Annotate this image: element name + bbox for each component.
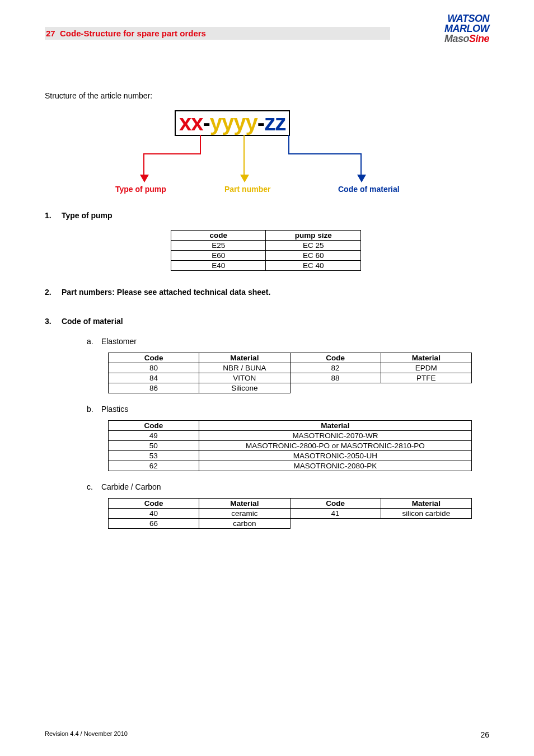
label-type-of-pump: Type of pump [110,185,224,194]
item-1-title: Type of pump [62,211,113,220]
item-2-num: 2. [45,288,59,297]
table-row: 49MASOTRONIC-2070-WR [109,431,472,441]
logo-line3: MasoSine [444,34,489,44]
label-code-of-material: Code of material [338,185,424,194]
item-1-num: 1. [45,211,59,220]
table-row: 80 NBR / BUNA 82 EPDM [109,363,472,373]
table-row: 86 Silicone [109,383,472,393]
carbide-table: Code Material Code Material 40 ceramic 4… [108,498,472,529]
table-row: 62MASOTRONIC-2080-PK [109,461,472,471]
item-3-title: Code of material [62,317,123,326]
page-number: 26 [480,730,489,739]
table-row: Code Material Code Material [109,499,472,509]
sub-a: a. Elastomer [87,337,489,346]
pump-size-table: codepump size E25EC 25 E60EC 60 E40EC 40 [171,230,361,271]
table-row: E25EC 25 [171,241,361,251]
th-code: code [171,231,266,241]
table-row: 40 ceramic 41 silicon carbide [109,509,472,519]
logo-line1: WATSON [444,13,489,24]
elastomer-table: Code Material Code Material 80 NBR / BUN… [108,353,472,393]
section-title: 27 Code-Structure for spare part orders [45,27,390,40]
code-yyyy: yyyy [210,110,257,135]
code-box: xx-yyyy-zz [175,110,290,136]
item-2-title: Part numbers: Please see attached techni… [62,288,271,297]
brand-logo: WATSON MARLOW MasoSine [444,13,489,44]
table-row: 50MASOTRONIC-2800-PO or MASOTRONIC-2810-… [109,441,472,451]
item-2: 2. Part numbers: Please see attached tec… [45,288,489,297]
sub-b: b. Plastics [87,405,489,414]
section-heading: Code-Structure for spare part orders [60,29,206,38]
code-dash2: - [257,110,264,135]
item-1: 1. Type of pump [45,211,489,220]
table-row: Code Material Code Material [109,353,472,363]
code-zz: zz [264,110,285,135]
diagram-labels: Type of pump Part number Code of materia… [110,185,424,194]
plastics-table: CodeMaterial 49MASOTRONIC-2070-WR 50MASO… [108,420,472,471]
table-row: E40EC 40 [171,261,361,271]
page-footer: Revision 4.4 / November 2010 26 [45,730,489,739]
code-xx: xx [179,110,203,135]
table-row: 53MASOTRONIC-2050-UH [109,451,472,461]
item-3-num: 3. [45,317,59,326]
intro-text: Structure of the article number: [45,91,489,100]
logo-line2: MARLOW [444,24,489,34]
sub-c: c. Carbide / Carbon [87,482,489,491]
revision-text: Revision 4.4 / November 2010 [45,730,128,739]
article-number-diagram: xx-yyyy-zz Type of pump Part number Code… [110,110,424,205]
table-row: codepump size [171,231,361,241]
code-dash1: - [203,110,210,135]
th-size: pump size [266,231,361,241]
label-part-number: Part number [224,185,338,194]
table-row: CodeMaterial [109,421,472,431]
section-number: 27 [46,29,55,38]
table-row: 66 carbon [109,519,472,529]
table-row: E60EC 60 [171,251,361,261]
table-row: 84 VITON 88 PTFE [109,373,472,383]
item-3: 3. Code of material [45,317,489,326]
